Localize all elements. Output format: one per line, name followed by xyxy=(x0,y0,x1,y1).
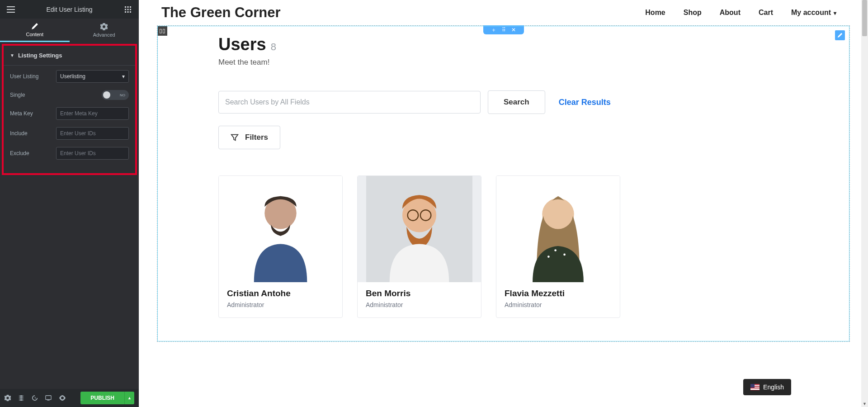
search-bar: Search Clear Results xyxy=(218,90,788,114)
avatar xyxy=(358,176,481,282)
clear-results-link[interactable]: Clear Results xyxy=(559,98,611,107)
svg-point-24 xyxy=(563,254,566,256)
language-switcher[interactable]: English xyxy=(743,379,791,395)
filters-label: Filters xyxy=(245,133,268,142)
svg-point-22 xyxy=(543,199,573,229)
control-exclude: Exclude xyxy=(10,147,129,160)
user-count: 8 xyxy=(271,41,276,53)
user-card[interactable]: Ben Morris Administrator xyxy=(357,175,481,318)
sidebar-body: ▼ Listing Settings User Listing Userlist… xyxy=(0,42,139,389)
svg-rect-11 xyxy=(130,11,131,13)
nav-home[interactable]: Home xyxy=(645,9,665,17)
user-role: Administrator xyxy=(366,301,473,308)
toggle-knob xyxy=(103,91,110,99)
include-label: Include xyxy=(10,130,51,137)
listing-settings-highlight: ▼ Listing Settings User Listing Userlist… xyxy=(2,44,137,175)
site-logo: The Green Corner xyxy=(161,5,281,21)
user-name: Flavia Mezzetti xyxy=(505,289,612,298)
publish-dropdown[interactable]: ▲ xyxy=(124,392,134,404)
svg-rect-0 xyxy=(7,6,15,7)
svg-rect-7 xyxy=(127,9,129,10)
include-input[interactable] xyxy=(60,130,125,137)
sidebar-header: Edit User Listing xyxy=(0,0,139,19)
user-cards: Cristian Antohe Administrator Ben Morris… xyxy=(218,175,788,318)
nav-account[interactable]: My account xyxy=(791,9,836,17)
single-toggle-text: NO xyxy=(120,93,125,97)
flag-icon xyxy=(750,384,760,390)
filters-button[interactable]: Filters xyxy=(218,126,280,149)
hamburger-icon[interactable] xyxy=(5,4,16,15)
nav-about[interactable]: About xyxy=(720,9,741,17)
section-listing-settings[interactable]: ▼ Listing Settings xyxy=(4,46,135,66)
nav-cart[interactable]: Cart xyxy=(759,9,773,17)
svg-rect-5 xyxy=(130,6,131,8)
page-title: Users xyxy=(218,35,266,54)
responsive-icon[interactable] xyxy=(45,395,52,401)
svg-point-23 xyxy=(554,249,557,251)
settings-icon[interactable] xyxy=(5,395,11,401)
svg-rect-13 xyxy=(47,400,49,400)
svg-rect-2 xyxy=(7,12,15,13)
sidebar-title: Edit User Listing xyxy=(47,6,93,13)
svg-rect-3 xyxy=(125,6,126,8)
filter-icon xyxy=(231,133,239,142)
scroll-down-icon[interactable]: ▼ xyxy=(861,400,868,407)
user-role: Administrator xyxy=(505,301,612,308)
user-card[interactable]: Flavia Mezzetti Administrator xyxy=(496,175,620,318)
page-heading: Users 8 xyxy=(218,35,788,54)
user-name: Ben Morris xyxy=(366,289,473,298)
scrollbar-thumb[interactable] xyxy=(862,0,867,36)
search-button[interactable]: Search xyxy=(488,90,545,114)
control-user-listing: User Listing Userlisting ▾ xyxy=(10,70,129,83)
single-toggle[interactable]: NO xyxy=(102,90,129,100)
elementor-section[interactable]: ＋ ⠿ ✕ ▯▯ Users 8 Meet the team! Search C… xyxy=(157,25,850,342)
user-name: Cristian Antohe xyxy=(227,289,334,298)
editor-canvas: The Green Corner Home Shop About Cart My… xyxy=(139,0,868,407)
meta-key-label: Meta Key xyxy=(10,110,51,117)
caret-down-icon: ▾ xyxy=(122,73,125,80)
language-label: English xyxy=(763,383,784,391)
svg-rect-10 xyxy=(127,11,129,13)
section-title: Listing Settings xyxy=(18,52,62,59)
grid-icon[interactable] xyxy=(123,4,133,15)
tab-advanced[interactable]: Advanced xyxy=(70,19,139,42)
page-subtitle: Meet the team! xyxy=(218,58,788,67)
exclude-input[interactable] xyxy=(60,150,125,156)
controls-list: User Listing Userlisting ▾ Single NO xyxy=(4,66,135,164)
svg-rect-6 xyxy=(125,9,126,10)
publish-group: PUBLISH ▲ xyxy=(80,392,134,404)
meta-key-input[interactable] xyxy=(60,110,125,117)
avatar xyxy=(219,176,342,282)
control-single: Single NO xyxy=(10,90,129,100)
svg-rect-4 xyxy=(127,6,129,8)
navigator-icon[interactable] xyxy=(18,395,24,401)
pencil-icon xyxy=(31,23,38,30)
preview-icon[interactable] xyxy=(59,395,66,401)
svg-rect-12 xyxy=(46,396,51,400)
tab-content-label: Content xyxy=(26,32,43,37)
exclude-label: Exclude xyxy=(10,150,51,156)
svg-rect-8 xyxy=(130,9,131,10)
avatar xyxy=(496,176,620,282)
single-label: Single xyxy=(10,92,51,98)
gear-icon xyxy=(100,23,108,30)
user-listing-select[interactable]: Userlisting ▾ xyxy=(56,70,129,83)
vertical-scrollbar[interactable]: ▲ ▼ xyxy=(861,0,868,407)
user-listing-label: User Listing xyxy=(10,73,51,80)
svg-rect-9 xyxy=(125,11,126,13)
user-card[interactable]: Cristian Antohe Administrator xyxy=(218,175,343,318)
sidebar-footer: PUBLISH ▲ xyxy=(0,389,139,407)
user-role: Administrator xyxy=(227,301,334,308)
users-widget: Users 8 Meet the team! Search Clear Resu… xyxy=(157,26,849,327)
history-icon[interactable] xyxy=(32,395,38,401)
tab-content[interactable]: Content xyxy=(0,19,70,42)
nav-shop[interactable]: Shop xyxy=(684,9,702,17)
search-input[interactable] xyxy=(218,91,481,114)
site-header: The Green Corner Home Shop About Cart My… xyxy=(139,0,868,25)
editor-sidebar: Edit User Listing Content Advanced ▼ Lis… xyxy=(0,0,139,407)
control-meta-key: Meta Key xyxy=(10,107,129,120)
publish-button[interactable]: PUBLISH xyxy=(80,392,124,404)
svg-rect-1 xyxy=(7,9,15,10)
tab-advanced-label: Advanced xyxy=(93,32,115,38)
main-nav: Home Shop About Cart My account xyxy=(645,9,850,17)
